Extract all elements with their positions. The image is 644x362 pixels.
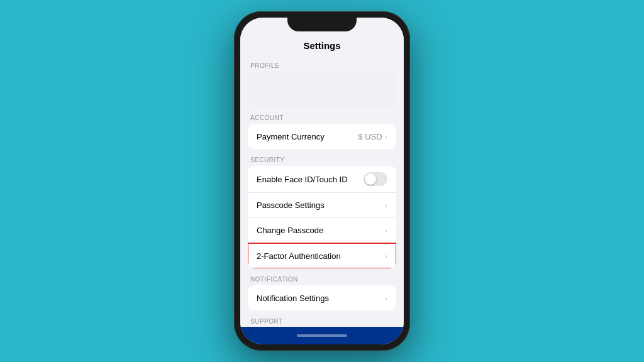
section-notification-label: NOTIFICATION <box>240 271 404 285</box>
notification-settings-right: › <box>385 293 387 303</box>
home-bar-indicator <box>297 334 347 337</box>
notification-settings-label: Notification Settings <box>257 293 329 303</box>
page-title: Settings <box>240 36 404 57</box>
two-factor-right: › <box>385 251 387 261</box>
passcode-settings-row[interactable]: Passcode Settings › <box>248 193 396 218</box>
passcode-settings-chevron: › <box>385 200 387 210</box>
section-profile-label: PROFILE <box>240 57 404 72</box>
screen-content: Settings PROFILE ACCOUNT Payment Currenc… <box>240 36 404 327</box>
change-passcode-row[interactable]: Change Passcode › <box>248 218 396 243</box>
payment-currency-right: $ USD › <box>358 132 387 141</box>
toggle-knob <box>365 173 376 185</box>
face-id-label: Enable Face ID/Touch ID <box>257 175 348 184</box>
section-account-label: ACCOUNT <box>240 109 404 124</box>
two-factor-chevron: › <box>385 251 387 261</box>
notification-settings-chevron: › <box>385 293 387 303</box>
payment-currency-row[interactable]: Payment Currency $ USD › <box>248 124 396 149</box>
payment-currency-value: $ USD <box>358 132 382 141</box>
phone-screen: Settings PROFILE ACCOUNT Payment Currenc… <box>240 18 404 344</box>
security-group: Enable Face ID/Touch ID Passcode Setting… <box>248 166 396 268</box>
two-factor-row[interactable]: 2-Factor Authentication › <box>248 243 396 268</box>
change-passcode-chevron: › <box>385 226 387 235</box>
two-factor-label: 2-Factor Authentication <box>257 251 341 261</box>
notification-group: Notification Settings › <box>248 285 396 310</box>
notification-settings-row[interactable]: Notification Settings › <box>248 285 396 310</box>
phone-notch <box>287 18 357 31</box>
face-id-toggle[interactable] <box>364 172 387 186</box>
section-support-label: SUPPORT <box>240 313 404 327</box>
payment-currency-label: Payment Currency <box>257 132 325 141</box>
passcode-settings-right: › <box>385 200 387 210</box>
change-passcode-right: › <box>385 226 387 235</box>
bottom-bar <box>240 327 404 344</box>
passcode-settings-label: Passcode Settings <box>257 200 325 210</box>
payment-currency-chevron: › <box>385 132 387 141</box>
phone-frame: Settings PROFILE ACCOUNT Payment Currenc… <box>234 11 410 351</box>
section-security-label: SECURITY <box>240 151 404 166</box>
account-group: Payment Currency $ USD › <box>248 124 396 149</box>
change-passcode-label: Change Passcode <box>257 226 323 235</box>
profile-card <box>248 72 396 107</box>
face-id-row[interactable]: Enable Face ID/Touch ID <box>248 166 396 193</box>
